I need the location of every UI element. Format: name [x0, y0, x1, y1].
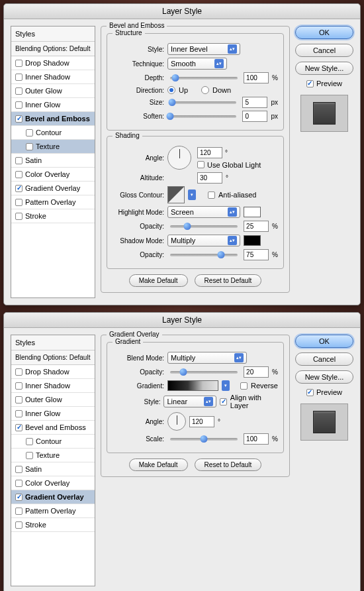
preview-checkbox[interactable] [306, 389, 314, 396]
highlight-mode-select[interactable]: Screen▴▾ [167, 206, 240, 218]
angle-input[interactable] [197, 147, 222, 158]
style-item-satin[interactable]: Satin [11, 154, 95, 168]
scale-slider[interactable] [170, 438, 238, 441]
reset-default-button[interactable]: Reset to Default [195, 458, 262, 471]
style-checkbox[interactable] [15, 185, 23, 192]
style-checkbox[interactable] [15, 368, 23, 376]
style-item-gradient_overlay[interactable]: Gradient Overlay [11, 182, 95, 195]
soften-input[interactable] [242, 111, 267, 122]
style-item-contour[interactable]: Contour [11, 435, 95, 449]
align-checkbox[interactable] [220, 398, 226, 405]
style-checkbox[interactable] [15, 410, 23, 417]
antialiased-checkbox[interactable] [208, 191, 215, 199]
new-style-button[interactable]: New Style... [295, 62, 353, 75]
dropdown-icon[interactable]: ▾ [222, 380, 230, 391]
style-checkbox[interactable] [15, 521, 23, 529]
style-item-satin[interactable]: Satin [11, 462, 95, 476]
style-checkbox[interactable] [15, 382, 23, 390]
angle-input[interactable] [189, 416, 214, 427]
angle-dial[interactable] [167, 412, 186, 431]
depth-input[interactable] [244, 72, 269, 83]
preview-checkbox[interactable] [306, 80, 314, 87]
ok-button[interactable]: OK [295, 335, 353, 348]
style-item-color_overlay[interactable]: Color Overlay [11, 476, 95, 490]
style-checkbox[interactable] [15, 87, 23, 95]
highlight-opacity-input[interactable] [244, 221, 269, 232]
highlight-opacity-slider[interactable] [170, 225, 238, 228]
style-item-texture[interactable]: Texture [11, 140, 95, 154]
style-item-inner_glow[interactable]: Inner Glow [11, 98, 95, 112]
style-item-outer_glow[interactable]: Outer Glow [11, 393, 95, 407]
dropdown-icon[interactable]: ▾ [188, 189, 196, 200]
blending-options-row[interactable]: Blending Options: Default [11, 350, 95, 365]
style-checkbox[interactable] [15, 508, 23, 515]
style-checkbox[interactable] [15, 157, 23, 164]
blend-label: Blend Mode: [113, 354, 164, 362]
style-item-stroke[interactable]: Stroke [11, 518, 95, 532]
style-item-inner_shadow[interactable]: Inner Shadow [11, 379, 95, 393]
opacity-input[interactable] [244, 366, 269, 378]
style-item-color_overlay[interactable]: Color Overlay [11, 168, 95, 182]
style-item-texture[interactable]: Texture [11, 449, 95, 462]
soften-slider[interactable] [170, 115, 236, 118]
style-checkbox[interactable] [26, 143, 33, 150]
make-default-button[interactable]: Make Default [129, 458, 188, 471]
highlight-color-swatch[interactable] [244, 207, 261, 217]
style-item-pattern_overlay[interactable]: Pattern Overlay [11, 195, 95, 209]
style-item-drop_shadow[interactable]: Drop Shadow [11, 365, 95, 379]
blending-options-row[interactable]: Blending Options: Default [11, 42, 95, 56]
shadow-opacity-input[interactable] [244, 249, 269, 260]
reset-default-button[interactable]: Reset to Default [195, 274, 262, 287]
style-checkbox[interactable] [15, 115, 23, 123]
style-item-gradient_overlay[interactable]: Gradient Overlay [11, 490, 95, 504]
direction-down-radio[interactable] [201, 86, 209, 94]
style-item-drop_shadow[interactable]: Drop Shadow [11, 56, 95, 70]
style-checkbox[interactable] [15, 466, 23, 473]
style-item-bevel[interactable]: Bevel and Emboss [11, 112, 95, 126]
altitude-input[interactable] [197, 172, 222, 184]
shadow-color-swatch[interactable] [244, 235, 261, 246]
style-item-pattern_overlay[interactable]: Pattern Overlay [11, 504, 95, 518]
style-item-inner_shadow[interactable]: Inner Shadow [11, 70, 95, 84]
new-style-button[interactable]: New Style... [295, 370, 353, 384]
depth-slider[interactable] [170, 77, 238, 80]
style-checkbox[interactable] [15, 171, 23, 178]
style-checkbox[interactable] [15, 199, 23, 206]
style-item-outer_glow[interactable]: Outer Glow [11, 84, 95, 98]
style-checkbox[interactable] [15, 494, 23, 501]
style-checkbox[interactable] [26, 129, 33, 136]
gradient-picker[interactable] [167, 380, 218, 391]
size-input[interactable] [242, 97, 267, 108]
style-item-bevel[interactable]: Bevel and Emboss [11, 421, 95, 435]
style-item-contour[interactable]: Contour [11, 126, 95, 140]
size-slider[interactable] [170, 101, 236, 104]
style-checkbox[interactable] [15, 396, 23, 403]
style-checkbox[interactable] [15, 424, 23, 431]
shadow-mode-select[interactable]: Multiply▴▾ [167, 235, 240, 246]
style-checkbox[interactable] [15, 74, 23, 81]
cancel-button[interactable]: Cancel [295, 44, 353, 57]
style-checkbox[interactable] [15, 213, 23, 220]
angle-dial[interactable] [167, 146, 191, 170]
style-checkbox[interactable] [26, 438, 33, 445]
shadow-opacity-slider[interactable] [170, 254, 238, 256]
ok-button[interactable]: OK [295, 26, 353, 39]
blend-mode-select[interactable]: Multiply▴▾ [167, 352, 247, 364]
style-checkbox[interactable] [15, 101, 23, 109]
gradient-style-select[interactable]: Linear▴▾ [163, 396, 216, 407]
cancel-button[interactable]: Cancel [295, 352, 353, 366]
reverse-checkbox[interactable] [240, 382, 248, 390]
style-item-inner_glow[interactable]: Inner Glow [11, 407, 95, 421]
direction-up-radio[interactable] [167, 86, 175, 94]
style-item-stroke[interactable]: Stroke [11, 209, 95, 223]
gloss-contour-picker[interactable] [167, 186, 185, 203]
scale-input[interactable] [244, 433, 269, 445]
make-default-button[interactable]: Make Default [129, 274, 188, 287]
style-checkbox[interactable] [15, 60, 23, 67]
opacity-slider[interactable] [170, 371, 238, 374]
technique-select[interactable]: Smooth▴▾ [167, 58, 227, 70]
style-checkbox[interactable] [15, 480, 23, 487]
style-select[interactable]: Inner Bevel▴▾ [167, 43, 240, 55]
global-light-checkbox[interactable] [197, 161, 205, 168]
style-checkbox[interactable] [26, 452, 33, 459]
